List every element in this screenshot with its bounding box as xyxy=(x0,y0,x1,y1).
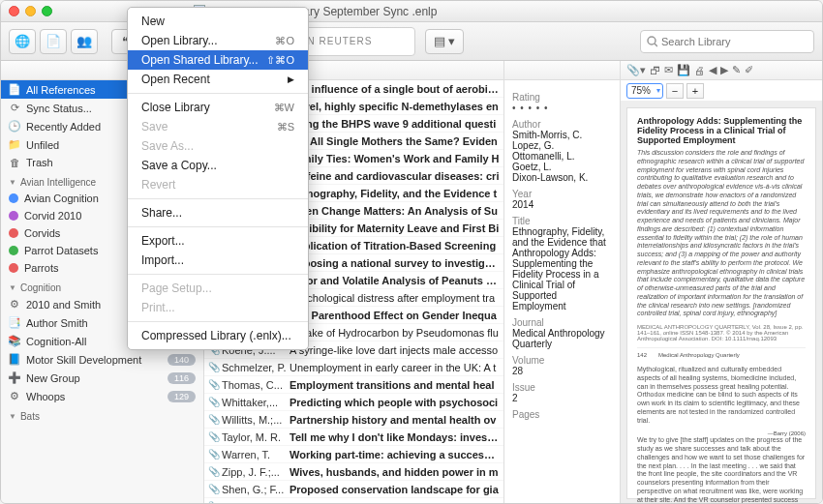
reference-row[interactable]: 📎Whittaker,...Predicting which people wi… xyxy=(204,394,503,411)
zoom-in-button[interactable]: + xyxy=(686,83,704,99)
minimize-window-button[interactable] xyxy=(25,6,36,16)
menu-item-page-setup-: Page Setup... xyxy=(128,279,308,298)
group-icon: 📚 xyxy=(9,335,20,347)
menu-item-compressed-library-enlx-[interactable]: Compressed Library (.enlx)... xyxy=(128,326,308,345)
menu-label: Save As... xyxy=(141,139,194,153)
print-icon[interactable]: 🖨 xyxy=(694,65,705,76)
sidebar-label: Unfiled xyxy=(26,139,59,151)
menu-item-share-[interactable]: Share... xyxy=(128,203,308,222)
group-name: Bats xyxy=(20,411,40,422)
year-value: 2014 xyxy=(512,199,612,210)
sidebar-label: Motor Skill Development xyxy=(26,354,141,366)
menu-label: Page Setup... xyxy=(141,282,212,295)
column-headers: My Library Title 📎▾ 🗗 ✉ 💾 🖨 ◀ ▶ ✎ ✐ xyxy=(1,61,822,80)
reference-row[interactable]: 📎Taylor, M. R.Tell me why I don't like M… xyxy=(204,429,503,446)
folder-icon: ⟳ xyxy=(9,102,20,114)
color-dot-icon xyxy=(9,246,18,255)
title-cell: The Parenthood Effect on Gender Inequa xyxy=(290,310,500,321)
title-cell: Are All Single Mothers the Same? Eviden xyxy=(290,135,500,147)
title-cell: Caffeine and cardiovascular diseases: cr… xyxy=(290,170,500,182)
paper-heading: Anthropology Adds: Supplementing the Fid… xyxy=(637,116,806,145)
submenu-arrow-icon: ▶ xyxy=(288,74,294,84)
highlight-icon[interactable]: ✐ xyxy=(745,64,753,76)
title-label: Title xyxy=(512,216,612,226)
reference-row[interactable]: 📎Thomas, C...Employment transitions and … xyxy=(204,376,503,394)
title-cell: Application of Titration-Based Screening xyxy=(290,240,500,252)
page-running-title: Medical Anthropology Quarterly xyxy=(658,352,740,358)
menu-separator xyxy=(128,198,308,199)
title-cell: Color and Volatile Analysis of Peanuts R… xyxy=(290,275,500,286)
layout-toggle-button[interactable]: ▤ ▾ xyxy=(425,29,464,54)
attachment-icon[interactable]: 📎▾ xyxy=(626,64,646,76)
title-cell: Working part-time: achieving a successfu xyxy=(290,449,500,460)
menu-item-print-: Print... xyxy=(128,298,308,317)
zoom-toolbar: 75% − + xyxy=(621,80,822,102)
sidebar-item-motor-skill-development[interactable]: 📘Motor Skill Development140 xyxy=(1,350,203,369)
menu-item-close-library[interactable]: Close Library⌘W xyxy=(128,98,308,117)
reference-row[interactable]: 📎Zipp, J. F.;...Wives, husbands, and hid… xyxy=(204,463,503,481)
menu-item-open-shared-library-[interactable]: Open Shared Library...⇧⌘O xyxy=(128,50,308,70)
menu-item-open-library-[interactable]: Open Library...⌘O xyxy=(128,31,308,50)
open-pdf-icon[interactable]: 🗗 xyxy=(650,65,660,76)
menu-item-save-a-copy-[interactable]: Save a Copy... xyxy=(128,156,308,175)
author-cell: Warren, T. xyxy=(222,449,290,460)
search-field[interactable] xyxy=(640,30,814,53)
count-badge: 129 xyxy=(168,391,196,402)
menu-label: Open Recent xyxy=(141,73,210,86)
sidebar-label: Cognition-All xyxy=(26,336,86,347)
year-label: Year xyxy=(512,189,612,199)
author-cell: Taylor, M. R. xyxy=(222,431,290,443)
zoom-window-button[interactable] xyxy=(42,6,52,16)
menu-label: Export... xyxy=(141,234,185,248)
title-cell: Psychological distress after employment … xyxy=(290,292,500,304)
sidebar-label: All References xyxy=(26,84,96,96)
rating-value[interactable]: • • • • • xyxy=(512,103,612,113)
close-window-button[interactable] xyxy=(9,6,19,16)
pdf-page[interactable]: Anthropology Adds: Supplementing the Fid… xyxy=(626,107,816,499)
menu-item-open-recent[interactable]: Open Recent▶ xyxy=(128,70,308,89)
file-menu[interactable]: NewOpen Library...⌘OOpen Shared Library.… xyxy=(127,7,309,350)
zoom-select[interactable]: 75% xyxy=(626,83,663,99)
menu-item-import-[interactable]: Import... xyxy=(128,251,308,270)
sidebar-label: Corvid 2010 xyxy=(24,210,81,222)
group-icon: 📑 xyxy=(9,316,20,329)
author-cell: Zipp, J. F.;... xyxy=(222,466,290,478)
author-label: Author xyxy=(512,119,612,130)
email-icon[interactable]: ✉ xyxy=(664,64,673,76)
sidebar-item-new-group[interactable]: ➕New Group116 xyxy=(1,369,203,387)
menu-item-export-[interactable]: Export... xyxy=(128,231,308,251)
sidebar-group-header[interactable]: ▼Bats xyxy=(1,405,203,424)
title-cell: Partnership history and mental health ov xyxy=(290,414,500,426)
sidebar-label: New Group xyxy=(26,372,80,384)
sidebar-label: Whoops xyxy=(26,391,65,402)
prev-icon[interactable]: ◀ xyxy=(709,64,716,76)
globe-button[interactable]: 🌐 xyxy=(9,29,36,54)
sidebar-item-whoops[interactable]: ⚙Whoops129 xyxy=(1,387,203,405)
sidebar-label: Trash xyxy=(26,157,53,168)
zoom-out-button[interactable]: − xyxy=(666,83,684,99)
group-name: Cognition xyxy=(20,282,61,293)
reference-row[interactable]: 📎Zulli, A.; S...Caffeine and cardiovascu… xyxy=(204,498,503,504)
search-input[interactable] xyxy=(661,36,808,47)
new-reference-button[interactable]: 📄 xyxy=(40,29,67,54)
sidebar-label: Sync Status... xyxy=(26,103,92,114)
group-button[interactable]: 👥 xyxy=(71,29,98,54)
title-cell: Family Ties: Women's Work and Family H xyxy=(290,153,500,164)
sidebar-label: Author Smith xyxy=(26,317,88,329)
note-icon[interactable]: ✎ xyxy=(732,64,741,76)
menu-item-save-as-: Save As... xyxy=(128,136,308,156)
attachment-icon: 📎 xyxy=(208,484,222,494)
title-cell: Proposed conservation landscape for gia xyxy=(290,484,500,495)
author-value: Dixon-Lawson, K. xyxy=(512,172,612,183)
reference-row[interactable]: 📎Willitts, M.;...Partnership history and… xyxy=(204,411,503,429)
reference-row[interactable]: 📎Warren, T.Working part-time: achieving … xyxy=(204,446,503,463)
menu-item-new[interactable]: New xyxy=(128,12,308,31)
reference-row[interactable]: 📎Shen, G.; F...Proposed conservation lan… xyxy=(204,481,503,498)
save-icon[interactable]: 💾 xyxy=(677,64,690,76)
title-cell: Using the BHPS wave 9 additional questi xyxy=(290,118,500,130)
reference-row[interactable]: 📎Schmelzer, P.Unemployment in early care… xyxy=(204,359,503,376)
menu-label: Revert xyxy=(141,178,175,192)
author-value: Lopez, G. xyxy=(512,140,612,151)
paper-body-1: Mythological, ritualized and culturally … xyxy=(637,366,806,425)
next-icon[interactable]: ▶ xyxy=(720,64,728,76)
